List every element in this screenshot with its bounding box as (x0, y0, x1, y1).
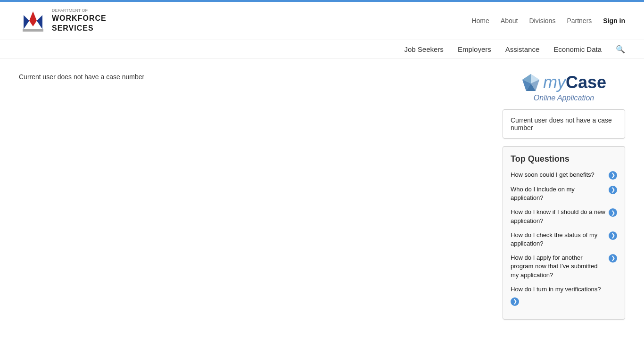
sign-in-link[interactable]: Sign in (603, 17, 625, 25)
mycase-logo-area: myCase (503, 73, 625, 92)
left-content: Current user does not have a case number (19, 68, 493, 320)
question-3-arrow[interactable]: ❯ (609, 208, 617, 217)
svg-marker-1 (24, 15, 29, 29)
question-item[interactable]: How do I check the status of my applicat… (511, 231, 617, 248)
assistance-link[interactable]: Assistance (505, 45, 540, 53)
logo-text: DEPARTMENT OF WORKFORCE SERVICES (52, 8, 107, 33)
question-3-text: How do I know if I should do a new appli… (511, 208, 607, 225)
question-6-text: How do I turn in my verifications? (511, 285, 601, 294)
questions-title: Top Questions (511, 154, 617, 164)
about-link[interactable]: About (501, 17, 518, 25)
question-item[interactable]: How do I turn in my verifications? ❯ (511, 285, 617, 306)
question-1-arrow[interactable]: ❯ (609, 171, 617, 180)
question-1-text: How soon could I get benefits? (511, 171, 607, 179)
dept-of-label: DEPARTMENT OF (52, 8, 107, 14)
question-5-arrow[interactable]: ❯ (609, 254, 617, 263)
mycase-gem-icon (521, 73, 540, 92)
job-seekers-link[interactable]: Job Seekers (404, 45, 443, 53)
economic-data-link[interactable]: Economic Data (553, 45, 602, 53)
svg-rect-4 (23, 29, 43, 32)
question-item[interactable]: How do I apply for another program now t… (511, 254, 617, 280)
main-message: Current user does not have a case number (19, 73, 493, 81)
right-sidebar: myCase Online Application Current user d… (503, 68, 625, 320)
svg-marker-2 (29, 11, 37, 26)
question-item[interactable]: How do I know if I should do a new appli… (511, 208, 617, 225)
question-5-text: How do I apply for another program now t… (511, 254, 607, 280)
online-application-label: Online Application (503, 94, 625, 102)
top-nav: Home About Divisions Partners Sign in (471, 17, 625, 25)
mycase-text-label: myCase (543, 74, 606, 91)
mycase-logo: myCase Online Application (503, 68, 625, 109)
home-link[interactable]: Home (471, 17, 489, 25)
logo-area: DEPARTMENT OF WORKFORCE SERVICES (19, 7, 107, 35)
search-icon[interactable]: 🔍 (616, 45, 625, 54)
workforce-label: WORKFORCE (52, 14, 107, 24)
secondary-nav: Job Seekers Employers Assistance Economi… (0, 40, 644, 59)
question-item[interactable]: How soon could I get benefits? ❯ (511, 171, 617, 180)
alert-message: Current user does not have a case number (511, 116, 612, 132)
alert-box: Current user does not have a case number (503, 109, 625, 139)
main-content: Current user does not have a case number… (0, 59, 644, 329)
partners-link[interactable]: Partners (567, 17, 592, 25)
question-item[interactable]: Who do I include on my application? ❯ (511, 185, 617, 202)
logo-icon (19, 7, 47, 35)
question-4-text: How do I check the status of my applicat… (511, 231, 607, 248)
questions-box: Top Questions How soon could I get benef… (503, 146, 625, 320)
question-2-arrow[interactable]: ❯ (609, 186, 617, 194)
divisions-link[interactable]: Divisions (529, 17, 555, 25)
question-6-arrow[interactable]: ❯ (511, 297, 519, 306)
question-2-text: Who do I include on my application? (511, 185, 607, 202)
employers-link[interactable]: Employers (458, 45, 491, 53)
question-4-arrow[interactable]: ❯ (609, 231, 617, 240)
svg-marker-3 (37, 15, 42, 29)
services-label: SERVICES (52, 24, 107, 33)
header: DEPARTMENT OF WORKFORCE SERVICES Home Ab… (0, 2, 644, 40)
